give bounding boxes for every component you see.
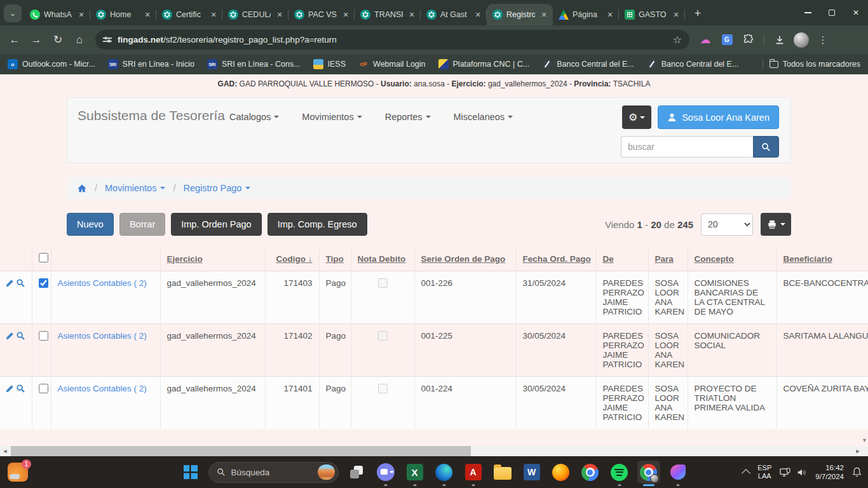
reload-icon[interactable]: ↻ xyxy=(48,30,67,50)
edit-icon[interactable] xyxy=(5,384,14,395)
paint-app-icon[interactable] xyxy=(667,461,689,484)
settings-button[interactable]: ⚙ xyxy=(622,105,651,129)
tab-close-icon[interactable]: ✕ xyxy=(539,10,549,20)
excel-icon[interactable]: X xyxy=(403,461,426,484)
adobe-acrobat-icon[interactable]: A xyxy=(462,461,485,484)
header-de[interactable]: De xyxy=(596,247,648,271)
address-bar[interactable]: fingads.net/sf2/tesoreria/registro_pago_… xyxy=(95,30,689,50)
search-input[interactable] xyxy=(621,136,753,158)
hidden-icons-chevron[interactable] xyxy=(742,469,750,478)
edit-icon[interactable] xyxy=(5,279,14,290)
tab-close-icon[interactable]: ✕ xyxy=(208,10,219,20)
bookmark-item[interactable]: Plataforma CNC | C... xyxy=(438,59,530,69)
select-all-checkbox[interactable] xyxy=(39,253,48,262)
task-view-icon[interactable] xyxy=(345,461,368,484)
language-indicator[interactable]: ESPLAA xyxy=(757,464,771,480)
borrar-button[interactable]: Borrar xyxy=(119,213,165,236)
tab-close-icon[interactable]: ✕ xyxy=(275,10,285,20)
imp-comp-egreso-button[interactable]: Imp. Comp. Egreso xyxy=(268,213,367,236)
site-info-icon[interactable] xyxy=(103,37,112,41)
browser-tab[interactable]: CEDULA✕ xyxy=(222,4,288,25)
tab-close-icon[interactable]: ✕ xyxy=(142,10,153,20)
back-icon[interactable]: ← xyxy=(5,30,24,50)
header-fecha[interactable]: Fecha Ord. Pago xyxy=(516,247,596,271)
browser-menu-icon[interactable]: ⋮ xyxy=(813,30,832,50)
header-concepto[interactable]: Concepto xyxy=(688,247,776,271)
browser-tab[interactable]: Certific✕ xyxy=(156,4,222,25)
imp-orden-pago-button[interactable]: Imp. Orden Pago xyxy=(171,213,261,236)
file-explorer-icon[interactable] xyxy=(491,461,514,484)
chrome-profile-icon[interactable] xyxy=(637,461,660,484)
search-button[interactable] xyxy=(753,136,779,158)
bookmark-item[interactable]: oOutlook.com - Micr... xyxy=(8,59,95,69)
bookmark-item[interactable]: IESS xyxy=(313,59,346,69)
menu-movimientos[interactable]: Movimientos xyxy=(302,112,362,122)
notifications-bell-icon[interactable] xyxy=(852,467,862,477)
tab-close-icon[interactable]: ✕ xyxy=(341,10,351,20)
tab-close-icon[interactable]: ✕ xyxy=(473,10,483,20)
row-select-checkbox[interactable] xyxy=(39,384,48,393)
forward-icon[interactable]: → xyxy=(27,30,46,50)
view-icon[interactable] xyxy=(16,384,25,395)
bookmark-item[interactable]: SRISRI en Línea - Cons... xyxy=(207,59,301,69)
browser-tab[interactable]: Home✕ xyxy=(90,4,156,25)
header-para[interactable]: Para xyxy=(648,247,688,271)
tab-close-icon[interactable]: ✕ xyxy=(605,10,615,20)
header-beneficiario[interactable]: Beneficiario xyxy=(776,247,868,271)
header-serie[interactable]: Serie Orden de Pago xyxy=(414,247,516,271)
home-breadcrumb-icon[interactable] xyxy=(77,184,87,193)
edge-icon[interactable] xyxy=(433,461,456,484)
translate-extension-icon[interactable]: G xyxy=(717,30,736,50)
row-select-checkbox[interactable] xyxy=(39,278,48,288)
menu-miscelaneos[interactable]: Miscelaneos xyxy=(454,112,513,122)
header-nota-debito[interactable]: Nota Debito xyxy=(351,247,414,271)
teams-icon[interactable] xyxy=(374,461,397,484)
browser-tab[interactable]: Registro✕ xyxy=(487,4,553,25)
menu-catalogos[interactable]: Catalogos xyxy=(229,112,279,122)
bookmark-item[interactable]: Banco Central del E... xyxy=(647,59,739,69)
taskbar-search[interactable]: Búsqueda xyxy=(208,462,339,483)
close-button[interactable]: ✕ xyxy=(844,0,868,25)
downloads-icon[interactable] xyxy=(770,30,789,50)
nuevo-button[interactable]: Nuevo xyxy=(67,213,114,236)
browser-tab[interactable]: TRANSF✕ xyxy=(355,4,421,25)
weather-widget-icon[interactable]: 1 xyxy=(8,463,28,482)
header-tipo[interactable]: Tipo xyxy=(319,247,351,271)
browser-tab[interactable]: GASTO✕ xyxy=(619,4,685,25)
scroll-left-icon[interactable]: ◄ xyxy=(0,446,10,456)
start-button[interactable] xyxy=(179,461,202,484)
scrollbar-thumb[interactable] xyxy=(11,446,471,456)
user-button[interactable]: Sosa Loor Ana Karen xyxy=(658,105,779,129)
breadcrumb-movimientos[interactable]: Movimientos xyxy=(105,183,165,193)
tab-search-icon[interactable]: ⌄ xyxy=(4,4,22,22)
edit-icon[interactable] xyxy=(5,332,14,342)
header-ejercicio[interactable]: Ejercicio xyxy=(160,247,265,271)
header-codigo[interactable]: Codigo ↓ xyxy=(265,247,319,271)
profile-avatar[interactable] xyxy=(792,30,811,50)
spotify-icon[interactable] xyxy=(608,461,631,484)
bookmark-item[interactable]: Banco Central del E... xyxy=(542,59,634,69)
asientos-contables-link[interactable]: Asientos Contables ( 2) xyxy=(58,278,147,288)
home-icon[interactable]: ⌂ xyxy=(70,30,89,50)
chrome-icon[interactable] xyxy=(579,461,602,484)
bookmark-item[interactable]: cPWebmail Login xyxy=(358,59,425,69)
browser-tab[interactable]: PAC VS✕ xyxy=(288,4,355,25)
volume-icon[interactable] xyxy=(797,468,807,477)
tab-close-icon[interactable]: ✕ xyxy=(671,10,681,20)
scroll-right-icon[interactable]: ► xyxy=(853,446,863,456)
view-icon[interactable] xyxy=(16,331,25,342)
extensions-puzzle-icon[interactable] xyxy=(739,30,758,50)
browser-tab[interactable]: WhatsA✕ xyxy=(24,4,90,25)
row-select-checkbox[interactable] xyxy=(39,331,48,341)
breadcrumb-registro-pago[interactable]: Registro Pago xyxy=(183,183,250,193)
asientos-contables-link[interactable]: Asientos Contables ( 2) xyxy=(58,384,147,393)
view-icon[interactable] xyxy=(16,278,25,290)
new-tab-button[interactable]: + xyxy=(689,4,707,22)
horizontal-scrollbar[interactable]: ◄ ► xyxy=(0,446,863,456)
table-scroll-down-icon[interactable]: ▼ xyxy=(862,437,867,444)
clock[interactable]: 16:429/7/2024 xyxy=(815,463,844,481)
browser-tab[interactable]: Página✕ xyxy=(553,4,619,25)
print-button[interactable] xyxy=(761,213,791,236)
bookmark-star-icon[interactable]: ☆ xyxy=(673,34,682,46)
asientos-contables-link[interactable]: Asientos Contables ( 2) xyxy=(58,331,147,341)
